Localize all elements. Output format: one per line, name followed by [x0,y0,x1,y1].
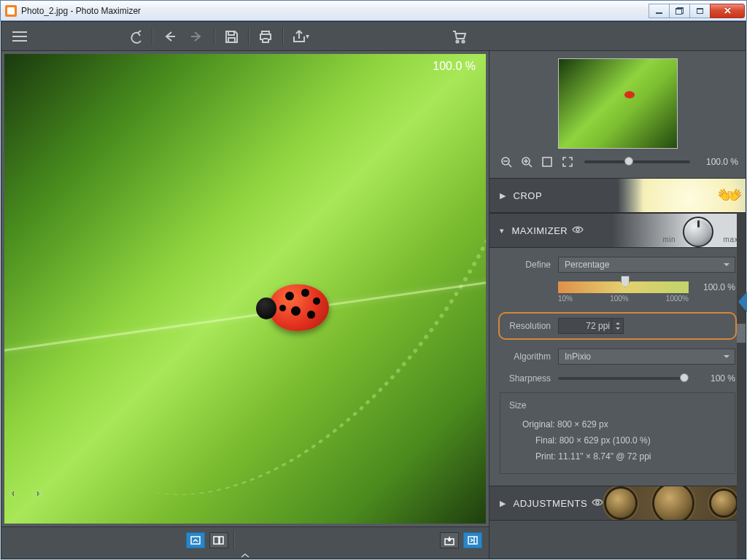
sharpness-value: 100 % [696,373,735,384]
gears-decor [597,486,746,520]
panel-adjustments-header[interactable]: ▶ ADJUSTMENTS [489,486,746,521]
algorithm-value: InPixio [565,351,591,362]
accordion: ▶ CROP 👐 ▾ MAXIMIZER min max Define [489,178,746,559]
bottom-toolbar [1,526,489,553]
svg-point-1 [462,40,464,42]
svg-point-11 [576,228,579,231]
gear-icon [606,489,635,518]
cart-button[interactable] [445,24,473,49]
mark-100: 100% [610,295,629,303]
fit-icon [541,156,553,168]
svg-rect-4 [220,537,223,544]
view-mode-compare-button[interactable] [209,532,228,548]
maximize-button[interactable] [689,4,711,18]
save-icon [223,28,239,44]
dock-right-button[interactable] [463,532,482,548]
window-title: Photo_2.jpg - Photo Maximizer [21,6,141,16]
view-mode-single-button[interactable] [186,532,205,548]
export-button[interactable] [440,532,459,548]
panel-crop-header[interactable]: ▶ CROP 👐 [489,178,746,213]
menu-button[interactable] [6,24,34,49]
slider-knob[interactable] [680,373,689,382]
visibility-toggle[interactable] [572,225,584,236]
forward-button[interactable] [183,24,211,49]
spin-down[interactable] [611,326,623,333]
dial-min-label: min [662,236,676,244]
percentage-slider[interactable]: 10% 100% 1000% [558,281,689,293]
filmstrip-toggle[interactable] [1,553,489,559]
mark-1000: 1000% [666,295,689,303]
dial-max-label: max [724,236,738,244]
panel-maximizer-title: MAXIMIZER [512,225,568,236]
back-button[interactable] [155,24,183,49]
undo-button[interactable] [121,24,149,49]
size-final: Final: 800 × 629 px (100.0 %) [509,432,726,448]
arrow-left-icon [161,28,177,44]
minimize-button[interactable] [649,4,670,18]
window-controls: ✕ [649,4,745,18]
actual-size-icon [562,156,573,168]
slider-knob[interactable] [624,157,633,166]
leaf-decor [4,54,486,524]
define-value: Percentage [565,260,609,270]
restore-button[interactable] [669,4,690,18]
size-group: Size Original: 800 × 629 px Final: 800 ×… [500,392,735,474]
resolution-input[interactable]: 72 ppi [558,318,624,334]
close-button[interactable]: ✕ [710,4,745,18]
share-icon [291,28,307,44]
sharpness-label: Sharpness [500,373,551,384]
define-label: Define [500,260,551,270]
zoom-in-button[interactable] [519,155,535,169]
resolution-spinner[interactable] [611,319,623,333]
zoom-out-button[interactable] [498,155,514,169]
panel-crop-title: CROP [514,190,543,201]
right-panel: 100.0 % ▶ CROP 👐 ▾ MAXIMIZER min max [489,51,746,559]
next-image-button[interactable] [29,530,53,551]
prev-image-button[interactable] [6,530,29,551]
share-button[interactable]: ▾ [286,24,314,49]
sharpness-slider[interactable] [558,377,689,380]
zoom-in-icon [521,156,533,168]
panel-maximizer-header[interactable]: ▾ MAXIMIZER min max [489,213,746,248]
zoom-actual-button[interactable] [560,155,576,169]
svg-point-0 [456,40,458,42]
app-icon [5,5,17,17]
algorithm-select[interactable]: InPixio [558,349,735,365]
arrow-barred-right-icon [29,486,53,561]
panel-scrollbar[interactable] [737,213,746,559]
dial-icon [683,217,713,247]
zoom-controls: 100.0 % [489,149,746,175]
toggle-panel-button[interactable] [237,530,260,551]
main-area: 100.0 % [1,51,746,559]
slider-tick[interactable] [621,276,630,287]
print-button[interactable] [252,24,279,49]
scrollbar-thumb[interactable] [737,324,746,343]
panel-adjustments-title: ADJUSTMENTS [514,498,588,509]
hamburger-icon [12,31,27,42]
spin-up[interactable] [611,319,623,326]
define-select[interactable]: Percentage [558,257,735,273]
navigator-thumb[interactable] [558,58,678,149]
panel-maximizer-body: Define Percentage 10% 100% 1000% [489,248,746,486]
image-canvas[interactable]: 100.0 % [4,54,486,524]
chevron-right-icon: ▶ [500,191,506,201]
size-header: Size [509,400,726,411]
algorithm-label: Algorithm [500,351,551,362]
size-print: Print: 11.11" × 8.74" @ 72 ppi [509,448,726,464]
undo-icon [127,28,143,44]
cart-icon [451,28,467,44]
svg-rect-3 [214,537,219,544]
arrow-barred-left-icon [6,486,29,561]
resolution-label: Resolution [500,321,551,331]
chevron-right-icon: ▶ [500,499,506,508]
chevron-up-icon [240,553,250,559]
percentage-value: 100.0 % [696,282,735,292]
save-button[interactable] [217,24,245,49]
canvas-zoom-label: 100.0 % [433,60,476,73]
zoom-slider[interactable] [584,160,690,163]
size-original: Original: 800 × 629 px [509,416,726,432]
canvas-wrap: 100.0 % [1,51,489,559]
zoom-fit-button[interactable] [539,155,555,169]
chevron-down-icon: ▾ [500,226,505,236]
zoom-value: 100.0 % [699,157,738,167]
